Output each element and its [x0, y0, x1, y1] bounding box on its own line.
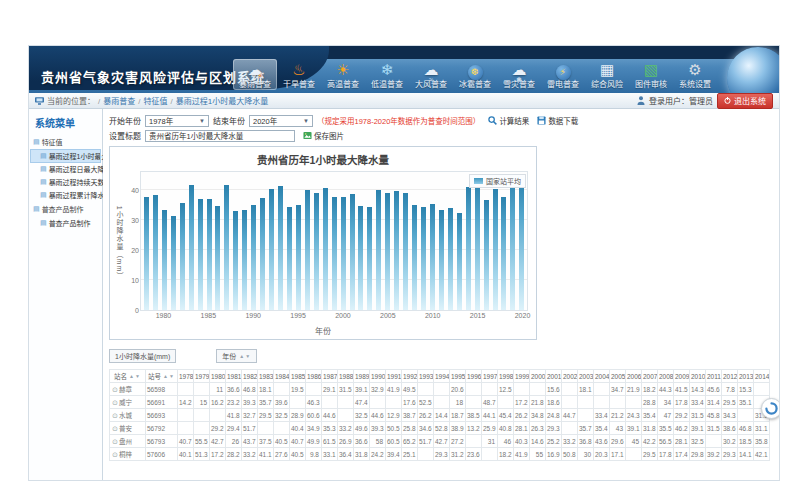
value-cell: 15 — [194, 396, 210, 409]
year-header-2008[interactable]: 2008 — [658, 370, 674, 383]
year-header-1983[interactable]: 1983 — [258, 370, 274, 383]
chart-legend[interactable]: 国家站平均 — [469, 174, 526, 188]
year-header-1986[interactable]: 1986 — [306, 370, 322, 383]
start-year-select[interactable]: 1978年▼ — [145, 115, 209, 127]
floating-assistant-button[interactable] — [761, 398, 780, 419]
year-header-2000[interactable]: 2000 — [530, 370, 546, 383]
year-header-2004[interactable]: 2004 — [594, 370, 610, 383]
calc-result-button[interactable]: 计算结果 — [488, 115, 529, 126]
save-image-button[interactable]: 保存图片 — [303, 130, 344, 141]
toolbar-map-review-button[interactable]: ▧图件审核 — [629, 59, 673, 90]
logout-button[interactable]: 退出系统 — [717, 93, 773, 109]
year-header-2006[interactable]: 2006 — [626, 370, 642, 383]
year-header-2001[interactable]: 2001 — [546, 370, 562, 383]
year-header-1996[interactable]: 1996 — [466, 370, 482, 383]
year-header-1993[interactable]: 1993 — [418, 370, 434, 383]
toolbar-high-temp-button[interactable]: ☀高温普查 — [321, 59, 365, 90]
row-expander-icon[interactable]: ⊙ — [112, 425, 118, 432]
bar-2010 — [430, 204, 435, 311]
folder-icon: ▤ — [33, 205, 40, 213]
column-field-chip[interactable]: 年份▲▼ — [216, 349, 257, 363]
power-icon — [724, 97, 731, 104]
year-header-1988[interactable]: 1988 — [338, 370, 354, 383]
sidebar-item-1-0[interactable]: ▤普查产品制作 — [31, 217, 100, 229]
station-name-header[interactable]: 站名▲▼ — [110, 370, 146, 383]
map-review-icon: ▧ — [629, 60, 673, 80]
year-header-1980[interactable]: 1980 — [210, 370, 226, 383]
sidebar-item-0-2[interactable]: ▤暴雨过程持续天数 — [31, 176, 100, 188]
toolbar-snow-button[interactable]: ☁❅雪灾普查 — [497, 59, 541, 90]
year-header-1987[interactable]: 1987 — [322, 370, 338, 383]
toolbar-composite-risk-button[interactable]: ▦综合风险 — [585, 59, 629, 90]
sidebar-item-0-1[interactable]: ▤暴雨过程日最大降水量 — [31, 163, 100, 175]
bar-slot — [392, 172, 401, 310]
year-header-1981[interactable]: 1981 — [226, 370, 242, 383]
year-header-2007[interactable]: 2007 — [642, 370, 658, 383]
value-cell: 28.1 — [514, 422, 530, 435]
value-cell: 46.8 — [738, 422, 754, 435]
value-cell: 15.6 — [546, 383, 562, 396]
row-expander-icon[interactable]: ⊙ — [112, 386, 118, 393]
value-cell: 31.8 — [354, 448, 370, 461]
breadcrumb-separator: / — [98, 97, 100, 106]
station-id-header[interactable]: 站号▲▼ — [146, 370, 178, 383]
value-field-chip[interactable]: 1小时降水量(mm) — [109, 349, 176, 363]
year-header-2011[interactable]: 2011 — [706, 370, 722, 383]
value-cell: 29.6 — [610, 435, 626, 448]
year-header-1997[interactable]: 1997 — [482, 370, 498, 383]
row-expander-icon[interactable]: ⊙ — [112, 451, 118, 458]
year-header-1990[interactable]: 1990 — [370, 370, 386, 383]
year-header-1994[interactable]: 1994 — [434, 370, 450, 383]
year-header-1979[interactable]: 1979 — [194, 370, 210, 383]
row-expander-icon[interactable]: ⊙ — [112, 412, 118, 419]
year-header-1995[interactable]: 1995 — [450, 370, 466, 383]
user-area: 登录用户：管理员 退出系统 — [637, 93, 773, 109]
breadcrumb-link[interactable]: 暴雨普查 — [103, 97, 135, 106]
value-cell — [338, 396, 354, 409]
year-header-1991[interactable]: 1991 — [386, 370, 402, 383]
value-cell: 29.1 — [322, 383, 338, 396]
value-cell — [578, 396, 594, 409]
breadcrumb-link[interactable]: 特征值 — [143, 97, 167, 106]
year-header-1978[interactable]: 1978 — [178, 370, 194, 383]
year-header-1985[interactable]: 1985 — [290, 370, 306, 383]
end-year-select[interactable]: 2020年▼ — [249, 115, 313, 127]
year-header-2005[interactable]: 2005 — [610, 370, 626, 383]
chart-title-input[interactable] — [145, 130, 295, 142]
year-header-1998[interactable]: 1998 — [498, 370, 514, 383]
bar-2000 — [341, 197, 346, 310]
year-header-2003[interactable]: 2003 — [578, 370, 594, 383]
row-expander-icon[interactable]: ⊙ — [112, 399, 118, 406]
toolbar-hail-button[interactable]: ❆冰雹普查 — [453, 59, 497, 90]
value-cell: 55.5 — [194, 435, 210, 448]
year-header-1982[interactable]: 1982 — [242, 370, 258, 383]
sort-arrows-icon: ▲▼ — [163, 373, 175, 379]
year-header-2002[interactable]: 2002 — [562, 370, 578, 383]
year-header-1992[interactable]: 1992 — [402, 370, 418, 383]
toolbar-rainstorm-button[interactable]: ☁⚡暴雨普查 — [233, 59, 277, 90]
year-header-1989[interactable]: 1989 — [354, 370, 370, 383]
toolbar: ☁⚡暴雨普查♨干旱普查☀高温普查❄低温普查☁≈大风普查❆冰雹普查☁❅雪灾普查⚡雷… — [233, 59, 717, 93]
year-header-2013[interactable]: 2013 — [738, 370, 754, 383]
tree-group-0[interactable]: ▤特征值 — [31, 135, 100, 149]
toolbar-wind-button[interactable]: ☁≈大风普查 — [409, 59, 453, 90]
year-header-2012[interactable]: 2012 — [722, 370, 738, 383]
year-header-2014[interactable]: 2014 — [754, 370, 770, 383]
sidebar-item-0-0[interactable]: ▤暴雨过程1小时最大降水量 — [31, 150, 100, 162]
year-header-2010[interactable]: 2010 — [690, 370, 706, 383]
breadcrumb-link[interactable]: 暴雨过程1小时最大降水量 — [176, 97, 268, 106]
picture-icon — [303, 131, 312, 140]
toolbar-settings-button[interactable]: ⚙系统设置 — [673, 59, 717, 90]
bar-slot — [142, 172, 151, 310]
tree-group-1[interactable]: ▤普查产品制作 — [31, 202, 100, 216]
row-expander-icon[interactable]: ⊙ — [112, 438, 118, 445]
value-cell: 17.1 — [610, 448, 626, 461]
toolbar-low-temp-button[interactable]: ❄低温普查 — [365, 59, 409, 90]
data-download-button[interactable]: 数据下载 — [537, 115, 578, 126]
toolbar-drought-button[interactable]: ♨干旱普查 — [277, 59, 321, 90]
sidebar-item-0-3[interactable]: ▤暴雨过程累计降水量 — [31, 189, 100, 201]
year-header-1999[interactable]: 1999 — [514, 370, 530, 383]
year-header-1984[interactable]: 1984 — [274, 370, 290, 383]
toolbar-lightning-button[interactable]: ⚡雷电普查 — [541, 59, 585, 90]
year-header-2009[interactable]: 2009 — [674, 370, 690, 383]
